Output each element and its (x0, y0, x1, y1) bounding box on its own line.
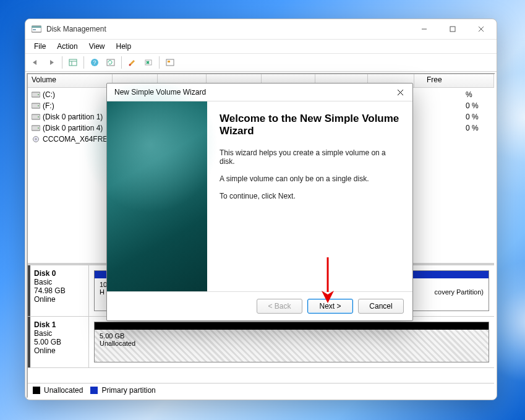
window-title: Disk Management (46, 25, 410, 33)
menu-bar: File Action View Help (25, 40, 497, 54)
svg-point-22 (38, 116, 39, 118)
dialog-close-button[interactable] (390, 85, 410, 100)
svg-rect-2 (33, 29, 36, 30)
tool-icon[interactable] (125, 55, 140, 70)
drive-icon (32, 125, 40, 131)
legend-swatch-primary (90, 387, 98, 394)
wizard-heading: Welcome to the New Simple Volume Wizard (220, 113, 400, 137)
wizard-text: A simple volume can only be on a single … (220, 174, 400, 183)
disc-icon (32, 136, 40, 142)
app-icon (32, 25, 41, 33)
disk-status: Online (34, 346, 61, 355)
wizard-sidebar-graphic (107, 101, 207, 291)
col-free[interactable]: Free (414, 74, 494, 87)
menu-help[interactable]: Help (111, 41, 137, 52)
svg-rect-7 (69, 59, 77, 66)
partition-recovery[interactable]: covery Partition) (404, 270, 489, 311)
cancel-button[interactable]: Cancel (358, 299, 404, 314)
volume-free: 0 % (466, 124, 490, 132)
legend: Unallocated Primary partition (28, 383, 494, 397)
volume-free: 0 % (466, 101, 490, 110)
legend-unalloc: Unallocated (44, 386, 83, 395)
properties-button[interactable] (141, 55, 156, 70)
close-icon (397, 89, 404, 96)
menu-view[interactable]: View (84, 41, 110, 52)
svg-text:?: ? (93, 59, 96, 66)
partition-unallocated[interactable]: 5.00 GB Unallocated (94, 322, 489, 362)
partition-size: 5.00 GB (100, 332, 484, 340)
menu-action[interactable]: Action (52, 41, 82, 52)
disk-name: Disk 0 (34, 269, 66, 278)
col-volume[interactable]: Volume (28, 74, 113, 87)
svg-point-18 (38, 94, 39, 95)
disk-size: 5.00 GB (34, 338, 61, 346)
svg-point-26 (35, 139, 36, 140)
help-button[interactable]: ? (87, 55, 102, 70)
svg-rect-4 (450, 27, 455, 32)
drive-icon (32, 114, 40, 120)
legend-primary: Primary partition (101, 386, 155, 395)
partition-label: Unallocated (100, 340, 484, 347)
drive-icon (32, 103, 40, 109)
titlebar[interactable]: Disk Management (25, 19, 497, 40)
svg-point-13 (129, 64, 131, 66)
settings-button[interactable] (163, 55, 177, 70)
forward-button[interactable] (44, 55, 59, 70)
maximize-button[interactable] (438, 20, 467, 38)
minimize-button[interactable] (410, 20, 438, 38)
back-button[interactable] (28, 55, 43, 70)
wizard-text: This wizard helps you create a simple vo… (220, 148, 400, 166)
svg-point-24 (38, 127, 39, 129)
disk-size: 74.98 GB (34, 286, 66, 295)
close-button[interactable] (467, 20, 495, 38)
show-hide-button[interactable] (66, 55, 80, 70)
disk-type: Basic (34, 329, 61, 338)
disk-info[interactable]: Disk 1 Basic 5.00 GB Online (28, 317, 89, 367)
drive-icon (32, 92, 40, 98)
toolbar: ? (25, 54, 497, 72)
svg-rect-1 (32, 26, 41, 28)
disk-row: Disk 1 Basic 5.00 GB Online 5.00 GB Unal… (28, 317, 494, 368)
legend-swatch-unalloc (33, 387, 40, 394)
disk-status: Online (34, 295, 66, 304)
menu-file[interactable]: File (29, 41, 51, 52)
volume-free: % (466, 90, 490, 99)
disk-name: Disk 1 (34, 320, 61, 329)
disk-type: Basic (34, 278, 66, 286)
refresh-button[interactable] (103, 55, 118, 70)
new-simple-volume-wizard: New Simple Volume Wizard Welcome to the … (106, 83, 413, 321)
back-button: < Back (257, 299, 302, 314)
volume-free: 0 % (466, 113, 490, 121)
wizard-text: To continue, click Next. (220, 192, 400, 200)
next-button[interactable]: Next > (307, 299, 353, 314)
svg-point-20 (38, 105, 39, 106)
disk-info[interactable]: Disk 0 Basic 74.98 GB Online (28, 265, 89, 316)
svg-rect-16 (168, 61, 170, 62)
